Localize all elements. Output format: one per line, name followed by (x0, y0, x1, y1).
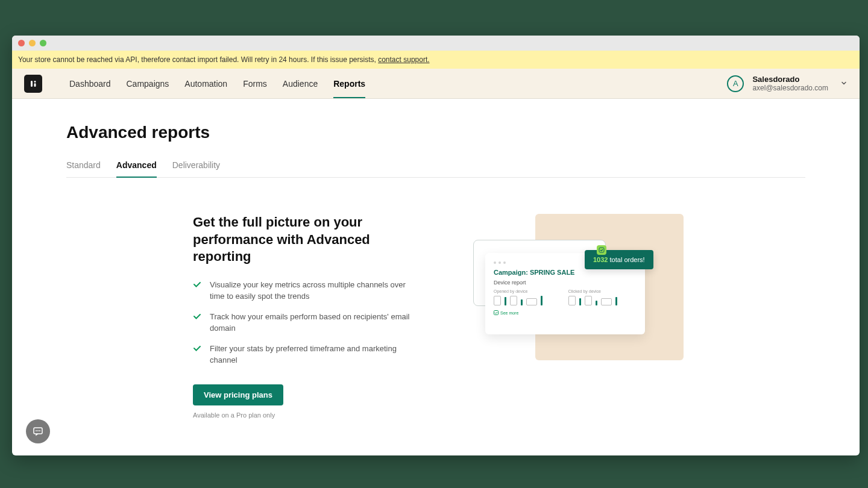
card-subtitle: Device report (494, 280, 637, 286)
opened-label: Opened by device (494, 289, 562, 293)
chevron-down-icon (840, 78, 848, 89)
nav-campaigns[interactable]: Campaigns (127, 69, 169, 98)
tab-standard[interactable]: Standard (66, 160, 101, 177)
see-more-link: See more (494, 310, 637, 315)
account-text: Salesdorado axel@salesdorado.com (752, 75, 828, 92)
account-email: axel@salesdorado.com (752, 84, 828, 92)
nav-forms[interactable]: Forms (243, 69, 267, 98)
maximize-window-icon[interactable] (40, 40, 46, 46)
svg-point-1 (34, 81, 36, 83)
feature-item: Track how your emails perform based on r… (193, 311, 416, 334)
window-titlebar (12, 36, 860, 51)
hero-section: Get the full picture on your performance… (66, 214, 805, 419)
top-nav: Dashboard Campaigns Automation Forms Aud… (12, 69, 860, 99)
feature-text: Track how your emails perform based on r… (210, 311, 416, 334)
svg-rect-3 (494, 311, 498, 315)
opened-devices (494, 296, 562, 305)
feature-item: Visualize your key metrics across multip… (193, 279, 416, 302)
svg-point-8 (39, 430, 40, 431)
toast-card: 1032 total orders! (585, 250, 653, 269)
feature-text: Filter your stats by preferred timeframe… (210, 343, 416, 366)
toast-text: total orders! (608, 256, 644, 263)
chat-widget-button[interactable] (26, 419, 50, 443)
nav-audience[interactable]: Audience (283, 69, 318, 98)
svg-rect-4 (599, 248, 604, 252)
svg-rect-2 (34, 83, 36, 87)
check-icon (193, 312, 201, 334)
feature-list: Visualize your key metrics across multip… (193, 279, 416, 366)
svg-point-6 (36, 430, 37, 431)
check-icon (193, 344, 201, 366)
main-content: Advanced reports Standard Advanced Deliv… (12, 99, 860, 455)
feature-text: Visualize your key metrics across multip… (210, 279, 416, 302)
app-window: Your store cannot be reached via API, th… (12, 36, 860, 455)
card-title: Campaign: SPRING SALE (494, 269, 637, 276)
toast-number: 1032 (593, 256, 608, 263)
contact-support-link[interactable]: contact support. (378, 55, 429, 64)
feature-item: Filter your stats by preferred timeframe… (193, 343, 416, 366)
check-icon (193, 280, 201, 302)
minimize-window-icon[interactable] (29, 40, 36, 46)
nav-dashboard[interactable]: Dashboard (69, 69, 111, 98)
view-pricing-button[interactable]: View pricing plans (193, 384, 283, 405)
badge-icon (597, 245, 606, 255)
nav-reports[interactable]: Reports (333, 69, 365, 98)
hero-illustration: Campaign: SPRING SALE Device report Open… (470, 214, 687, 371)
tab-advanced[interactable]: Advanced (116, 160, 157, 177)
account-menu[interactable]: A Salesdorado axel@salesdorado.com (727, 75, 848, 92)
plan-note: Available on a Pro plan only (193, 411, 416, 419)
svg-rect-0 (31, 81, 33, 87)
alert-text: Your store cannot be reached via API, th… (18, 55, 378, 64)
clicked-devices (568, 296, 637, 305)
hero-text: Get the full picture on your performance… (193, 214, 416, 419)
logo-icon[interactable] (24, 75, 42, 93)
close-window-icon[interactable] (18, 40, 25, 46)
alert-banner: Your store cannot be reached via API, th… (12, 51, 860, 69)
avatar: A (727, 75, 744, 92)
nav-items: Dashboard Campaigns Automation Forms Aud… (69, 69, 365, 98)
account-name: Salesdorado (752, 75, 828, 84)
report-tabs: Standard Advanced Deliverability (66, 160, 805, 178)
hero-heading: Get the full picture on your performance… (193, 214, 416, 266)
svg-point-7 (37, 430, 39, 431)
nav-automation[interactable]: Automation (184, 69, 227, 98)
clicked-label: Clicked by device (568, 289, 637, 293)
tab-deliverability[interactable]: Deliverability (172, 160, 220, 177)
page-title: Advanced reports (66, 123, 805, 142)
